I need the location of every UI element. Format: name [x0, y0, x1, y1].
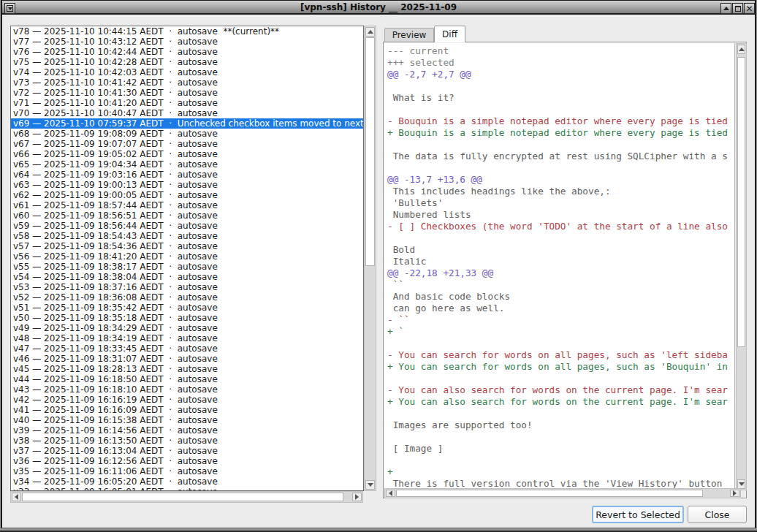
diff-line: @@ -13,7 +13,6 @@	[387, 174, 734, 186]
diff-line: Italic	[387, 256, 734, 267]
list-item[interactable]: v40 — 2025-11-09 16:15:38 AEDT · autosav…	[11, 415, 363, 425]
diff-line: --- current	[387, 45, 734, 57]
diff-horizontal-scrollbar[interactable]	[384, 488, 741, 498]
list-item[interactable]: v41 — 2025-11-09 16:16:09 AEDT · autosav…	[11, 405, 363, 415]
diff-line: What is it?	[387, 92, 734, 104]
scrollbar-thumb[interactable]	[365, 37, 375, 266]
tab-preview-label: Preview	[392, 30, 427, 40]
diff-line: The data is fully encrypted at rest usin…	[387, 151, 734, 162]
list-item[interactable]: v59 — 2025-11-09 18:56:44 AEDT · autosav…	[11, 221, 363, 231]
window-body: v78 — 2025-11-10 10:44:15 AEDT · autosav…	[0, 0, 757, 532]
list-item[interactable]: v66 — 2025-11-09 19:05:02 AEDT · autosav…	[11, 149, 363, 159]
scrollbar-thumb[interactable]	[396, 490, 703, 497]
tab-preview[interactable]: Preview	[384, 28, 434, 42]
scrollbar-thumb[interactable]	[737, 57, 745, 347]
diff-line: + `	[387, 326, 734, 338]
scrollbar-thumb[interactable]	[22, 493, 343, 501]
scroll-left-icon[interactable]	[12, 493, 21, 501]
list-item[interactable]: v47 — 2025-11-09 18:33:45 AEDT · autosav…	[11, 343, 363, 354]
list-item[interactable]: v46 — 2025-11-09 18:31:07 AEDT · autosav…	[11, 354, 363, 364]
list-item[interactable]: v35 — 2025-11-09 16:11:06 AEDT · autosav…	[11, 466, 363, 476]
scroll-down-icon[interactable]	[365, 480, 375, 490]
list-item[interactable]: v69 — 2025-11-10 07:59:37 AEDT · Uncheck…	[11, 118, 363, 129]
list-item[interactable]: v48 — 2025-11-09 18:34:19 AEDT · autosav…	[11, 333, 363, 343]
list-item[interactable]: v60 — 2025-11-09 18:56:51 AEDT · autosav…	[11, 210, 363, 221]
diff-line: can go here as well.	[387, 303, 734, 314]
history-vertical-scrollbar[interactable]	[364, 26, 376, 491]
diff-line: + You can search for words on all pages,…	[387, 361, 734, 373]
list-item[interactable]: v50 — 2025-11-09 18:35:18 AEDT · autosav…	[11, 313, 363, 323]
list-item[interactable]: v42 — 2025-11-09 16:16:19 AEDT · autosav…	[11, 395, 363, 405]
diff-line: Images are supported too!	[387, 419, 734, 431]
scroll-left-icon[interactable]	[386, 490, 395, 497]
diff-line: @@ -2,7 +2,7 @@	[387, 69, 734, 80]
diff-line	[387, 162, 734, 174]
list-item[interactable]: v54 — 2025-11-09 18:38:04 AEDT · autosav…	[11, 272, 363, 282]
diff-line	[387, 139, 734, 151]
history-window: [vpn-ssh] History __ 2025-11-09 ✕ v78 — …	[0, 0, 757, 532]
diff-line	[387, 232, 734, 244]
list-item[interactable]: v57 — 2025-11-09 18:54:36 AEDT · autosav…	[11, 241, 363, 251]
diff-line: + Bouquin is a simple notepad editor whe…	[387, 127, 734, 139]
list-item[interactable]: v64 — 2025-11-09 19:03:16 AEDT · autosav…	[11, 170, 363, 180]
diff-line	[387, 455, 734, 466]
list-item[interactable]: v55 — 2025-11-09 18:38:17 AEDT · autosav…	[11, 262, 363, 272]
diff-line: ``	[387, 279, 734, 291]
diff-vertical-scrollbar[interactable]	[736, 43, 747, 490]
list-item[interactable]: v68 — 2025-11-09 19:08:09 AEDT · autosav…	[11, 129, 363, 139]
list-item[interactable]: v43 — 2025-11-09 16:18:10 AEDT · autosav…	[11, 384, 363, 395]
list-item[interactable]: v38 — 2025-11-09 16:13:50 AEDT · autosav…	[11, 436, 363, 446]
list-item[interactable]: v76 — 2025-11-10 10:42:44 AEDT · autosav…	[11, 47, 363, 57]
list-item[interactable]: v63 — 2025-11-09 19:00:13 AEDT · autosav…	[11, 180, 363, 190]
scroll-up-icon[interactable]	[365, 27, 375, 37]
list-item[interactable]: v72 — 2025-11-10 10:41:30 AEDT · autosav…	[11, 88, 363, 98]
close-button-label: Close	[704, 509, 729, 520]
diff-line: - You can also search for words on the c…	[387, 384, 734, 396]
scroll-right-icon[interactable]	[352, 493, 362, 501]
scroll-right-icon[interactable]	[730, 490, 739, 497]
list-item[interactable]: v51 — 2025-11-09 18:35:42 AEDT · autosav…	[11, 303, 363, 313]
diff-line: - You can search for words on all pages,…	[387, 349, 734, 361]
tab-diff-label: Diff	[442, 29, 457, 39]
diff-line: [ Image ]	[387, 443, 734, 455]
list-item[interactable]: v70 — 2025-11-10 10:40:47 AEDT · autosav…	[11, 108, 363, 118]
diff-line: Bold	[387, 244, 734, 256]
list-item[interactable]: v71 — 2025-11-10 10:41:20 AEDT · autosav…	[11, 98, 363, 108]
tab-diff[interactable]: Diff	[434, 26, 465, 42]
list-item[interactable]: v39 — 2025-11-09 16:14:56 AEDT · autosav…	[11, 425, 363, 436]
list-item[interactable]: v56 — 2025-11-09 18:41:20 AEDT · autosav…	[11, 251, 363, 262]
list-item[interactable]: v45 — 2025-11-09 18:28:13 AEDT · autosav…	[11, 364, 363, 374]
list-item[interactable]: v58 — 2025-11-09 18:54:43 AEDT · autosav…	[11, 231, 363, 241]
diff-line	[387, 408, 734, 419]
revert-button-label: Revert to Selected	[596, 509, 680, 520]
diff-line	[387, 338, 734, 349]
diff-line	[387, 104, 734, 115]
diff-line: +++ selected	[387, 57, 734, 69]
history-horizontal-scrollbar[interactable]	[10, 491, 363, 503]
list-item[interactable]: v65 — 2025-11-09 19:04:34 AEDT · autosav…	[11, 159, 363, 170]
list-item[interactable]: v67 — 2025-11-09 19:07:07 AEDT · autosav…	[11, 139, 363, 149]
list-item[interactable]: v53 — 2025-11-09 18:37:16 AEDT · autosav…	[11, 282, 363, 292]
list-item[interactable]: v75 — 2025-11-10 10:42:28 AEDT · autosav…	[11, 57, 363, 67]
list-item[interactable]: v74 — 2025-11-10 10:42:03 AEDT · autosav…	[11, 67, 363, 77]
list-item[interactable]: v34 — 2025-11-09 16:05:20 AEDT · autosav…	[11, 476, 363, 487]
history-list[interactable]: v78 — 2025-11-10 10:44:15 AEDT · autosav…	[10, 26, 364, 491]
diff-line: @@ -22,18 +21,33 @@	[387, 267, 734, 279]
list-item[interactable]: v78 — 2025-11-10 10:44:15 AEDT · autosav…	[11, 26, 363, 37]
window-frame: [vpn-ssh] History __ 2025-11-09 ✕ v78 — …	[1, 0, 756, 528]
list-item[interactable]: v52 — 2025-11-09 18:36:08 AEDT · autosav…	[11, 292, 363, 303]
list-item[interactable]: v62 — 2025-11-09 19:00:05 AEDT · autosav…	[11, 190, 363, 200]
diff-line: Numbered lists	[387, 209, 734, 221]
list-item[interactable]: v49 — 2025-11-09 18:34:29 AEDT · autosav…	[11, 323, 363, 333]
list-item[interactable]: v44 — 2025-11-09 16:18:50 AEDT · autosav…	[11, 374, 363, 384]
diff-text[interactable]: --- current+++ selected@@ -2,7 +2,7 @@ W…	[384, 43, 735, 488]
list-item[interactable]: v73 — 2025-11-10 10:41:42 AEDT · autosav…	[11, 77, 363, 88]
scroll-up-icon[interactable]	[737, 45, 745, 54]
list-item[interactable]: v61 — 2025-11-09 18:57:44 AEDT · autosav…	[11, 200, 363, 210]
list-item[interactable]: v36 — 2025-11-09 16:12:56 AEDT · autosav…	[11, 456, 363, 466]
revert-to-selected-button[interactable]: Revert to Selected	[592, 506, 684, 523]
close-button[interactable]: Close	[688, 506, 747, 523]
diff-line	[387, 80, 734, 92]
list-item[interactable]: v77 — 2025-11-10 10:43:12 AEDT · autosav…	[11, 37, 363, 47]
list-item[interactable]: v37 — 2025-11-09 16:13:04 AEDT · autosav…	[11, 446, 363, 456]
